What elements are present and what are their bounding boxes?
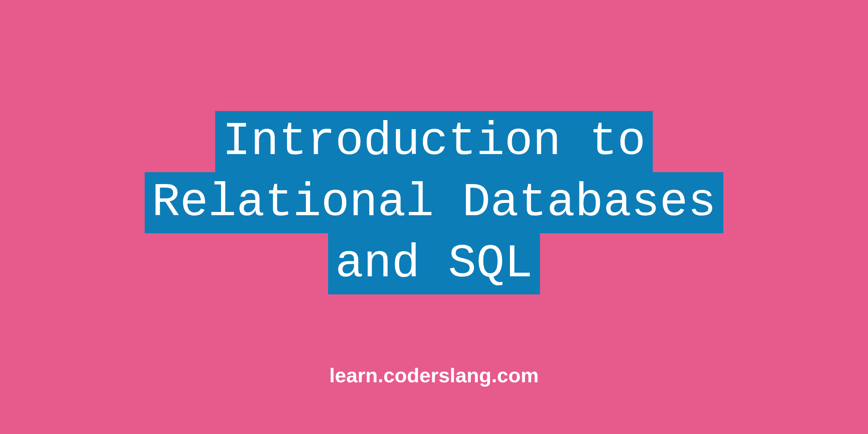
title-row-2: Relational Databases — [145, 172, 723, 233]
title-row-1: Introduction to — [145, 111, 723, 172]
footer-text: learn.coderslang.com — [329, 363, 539, 387]
title-row-3: and SQL — [145, 233, 723, 294]
title-container: Introduction to Relational Databases and… — [145, 111, 723, 294]
title-line-3: and SQL — [328, 233, 540, 294]
title-line-2: Relational Databases — [145, 172, 723, 233]
title-line-1: Introduction to — [215, 111, 653, 172]
